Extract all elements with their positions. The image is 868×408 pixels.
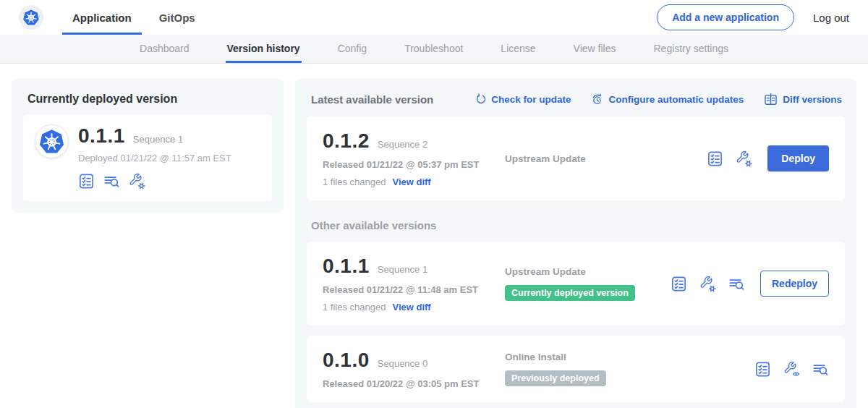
logout-button[interactable]: Log out xyxy=(813,12,849,24)
diff-versions-label: Diff versions xyxy=(783,94,842,105)
latest-available-heading: Latest available version xyxy=(311,93,433,106)
kubernetes-logo-icon xyxy=(19,5,43,30)
subnav-tab-registry-settings[interactable]: Registry settings xyxy=(652,35,730,63)
subnav-tab-troubleshoot[interactable]: Troubleshoot xyxy=(403,35,464,63)
subnav-tab-view-files[interactable]: View files xyxy=(572,35,618,63)
config-gear-icon[interactable] xyxy=(736,150,752,167)
version-actions: Check for update Configure automatic upd… xyxy=(474,93,842,106)
released-timestamp: Released 01/21/22 @ 11:48 am EST xyxy=(323,284,505,295)
preflight-checklist-icon[interactable] xyxy=(707,150,723,167)
subnav-tab-license[interactable]: License xyxy=(499,35,537,63)
version-source-label: Upstream Update xyxy=(505,266,671,277)
files-changed-label: 1 files changed xyxy=(323,177,386,187)
files-changed-label: 1 files changed xyxy=(323,302,386,313)
deployed-timestamp: Deployed 01/21/22 @ 11:57 am EST xyxy=(78,153,231,163)
view-diff-link[interactable]: View diff xyxy=(392,302,430,313)
diff-panes-icon xyxy=(764,93,778,106)
add-new-application-button[interactable]: Add a new application xyxy=(657,4,794,30)
version-history-page: Currently deployed version 0.1.1 Sequenc… xyxy=(0,64,868,408)
version-number: 0.1.1 xyxy=(323,255,370,278)
available-versions-panel: Latest available version Check for updat… xyxy=(295,78,856,408)
sequence-label: Sequence 0 xyxy=(378,358,427,369)
deployed-sequence-label: Sequence 1 xyxy=(133,134,183,145)
deployed-version-number: 0.1.1 xyxy=(78,124,125,148)
currently-deployed-title: Currently deployed version xyxy=(27,93,272,106)
release-notes-icon[interactable] xyxy=(103,173,120,190)
configure-automatic-updates-label: Configure automatic updates xyxy=(608,94,744,105)
configure-automatic-updates-link[interactable]: Configure automatic updates xyxy=(591,93,744,106)
preflight-checklist-icon[interactable] xyxy=(754,361,771,378)
auto-update-clock-icon xyxy=(591,93,603,106)
sequence-label: Sequence 1 xyxy=(378,264,427,275)
version-source-label: Upstream Update xyxy=(505,153,707,164)
subnav-tab-config[interactable]: Config xyxy=(336,35,368,63)
release-notes-icon[interactable] xyxy=(812,361,829,378)
view-diff-link[interactable]: View diff xyxy=(392,177,430,187)
version-number: 0.1.0 xyxy=(323,349,370,372)
currently-deployed-badge: Currently deployed version xyxy=(505,285,635,301)
refresh-icon xyxy=(474,93,486,106)
redeploy-button[interactable]: Redeploy xyxy=(760,271,829,297)
top-nav: Application GitOps Add a new application… xyxy=(0,0,868,35)
released-timestamp: Released 01/20/22 @ 03:05 pm EST xyxy=(323,378,505,389)
subnav-tab-version-history[interactable]: Version history xyxy=(226,35,302,63)
currently-deployed-panel: Currently deployed version 0.1.1 Sequenc… xyxy=(12,78,284,213)
preflight-checklist-icon[interactable] xyxy=(78,173,95,190)
config-gear-icon[interactable] xyxy=(699,276,716,292)
previously-deployed-badge: Previously deployed xyxy=(505,370,606,386)
currently-deployed-card: 0.1.1 Sequence 1 Deployed 01/21/22 @ 11:… xyxy=(23,114,272,201)
check-for-update-link[interactable]: Check for update xyxy=(474,93,571,106)
sequence-label: Sequence 2 xyxy=(378,139,427,150)
deploy-button[interactable]: Deploy xyxy=(767,145,829,171)
version-number: 0.1.2 xyxy=(323,129,370,153)
config-gear-icon[interactable] xyxy=(129,173,145,190)
check-for-update-label: Check for update xyxy=(491,94,571,105)
app-logo-icon xyxy=(35,124,69,158)
app-sub-nav: Dashboard Version history Config Trouble… xyxy=(0,35,868,64)
released-timestamp: Released 01/21/22 @ 05:37 pm EST xyxy=(323,159,505,170)
diff-versions-link[interactable]: Diff versions xyxy=(764,93,842,106)
version-row-0-1-2: 0.1.2 Sequence 2 Released 01/21/22 @ 05:… xyxy=(307,116,845,200)
other-available-heading: Other available versions xyxy=(311,219,842,231)
release-notes-icon[interactable] xyxy=(728,276,745,292)
version-row-0-1-1: 0.1.1 Sequence 1 Released 01/21/22 @ 11:… xyxy=(307,242,845,326)
config-view-icon[interactable] xyxy=(783,361,800,378)
subnav-tab-dashboard[interactable]: Dashboard xyxy=(138,35,191,63)
version-row-0-1-0: 0.1.0 Sequence 0 Released 01/20/22 @ 03:… xyxy=(307,336,845,402)
tab-gitops[interactable]: GitOps xyxy=(149,0,205,35)
deployed-version-info: 0.1.1 Sequence 1 Deployed 01/21/22 @ 11:… xyxy=(78,124,231,190)
version-source-label: Online Install xyxy=(505,352,754,362)
tab-application[interactable]: Application xyxy=(62,0,142,35)
preflight-checklist-icon[interactable] xyxy=(671,276,687,292)
